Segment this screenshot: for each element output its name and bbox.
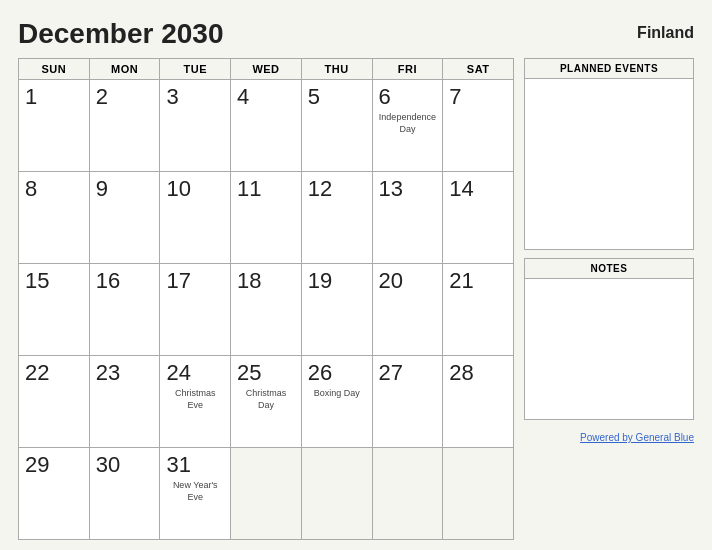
table-row: 2 — [89, 80, 160, 172]
day-number: 9 — [96, 176, 154, 202]
event-label: Christmas Day — [237, 388, 295, 411]
day-number: 16 — [96, 268, 154, 294]
day-number: 4 — [237, 84, 295, 110]
table-row: 28 — [443, 356, 514, 448]
table-row: 14 — [443, 172, 514, 264]
table-row: 23 — [89, 356, 160, 448]
table-row: 19 — [301, 264, 372, 356]
page: December 2030 Finland SUN MON TUE WED TH… — [0, 0, 712, 550]
day-number: 22 — [25, 360, 83, 386]
table-row: 15 — [19, 264, 90, 356]
day-number: 10 — [166, 176, 224, 202]
notes-header: NOTES — [525, 259, 693, 279]
day-number: 27 — [379, 360, 437, 386]
table-row: 9 — [89, 172, 160, 264]
event-label: Christmas Eve — [166, 388, 224, 411]
table-row: 13 — [372, 172, 443, 264]
table-row: 22 — [19, 356, 90, 448]
day-number: 7 — [449, 84, 507, 110]
table-row: 30 — [89, 448, 160, 540]
day-number: 6 — [379, 84, 437, 110]
day-number: 11 — [237, 176, 295, 202]
weekday-mon: MON — [89, 59, 160, 80]
event-label: Independence Day — [379, 112, 437, 135]
event-label: Boxing Day — [308, 388, 366, 400]
table-row: 12 — [301, 172, 372, 264]
weekday-wed: WED — [231, 59, 302, 80]
table-row: 25Christmas Day — [231, 356, 302, 448]
table-row: 21 — [443, 264, 514, 356]
event-label: New Year's Eve — [166, 480, 224, 503]
table-row: 11 — [231, 172, 302, 264]
notes-box: NOTES — [524, 258, 694, 420]
table-row: 10 — [160, 172, 231, 264]
day-number: 1 — [25, 84, 83, 110]
day-number: 14 — [449, 176, 507, 202]
day-number: 29 — [25, 452, 83, 478]
day-number: 28 — [449, 360, 507, 386]
weekday-tue: TUE — [160, 59, 231, 80]
day-number: 25 — [237, 360, 295, 386]
day-number: 31 — [166, 452, 224, 478]
main-area: SUN MON TUE WED THU FRI SAT 123456Indepe… — [18, 58, 694, 540]
table-row: 20 — [372, 264, 443, 356]
day-number: 5 — [308, 84, 366, 110]
table-row — [301, 448, 372, 540]
table-row — [231, 448, 302, 540]
notes-content — [525, 279, 693, 419]
table-row: 24Christmas Eve — [160, 356, 231, 448]
country-label: Finland — [637, 24, 694, 42]
weekday-thu: THU — [301, 59, 372, 80]
table-row: 16 — [89, 264, 160, 356]
weekday-sun: SUN — [19, 59, 90, 80]
day-number: 21 — [449, 268, 507, 294]
calendar-table: SUN MON TUE WED THU FRI SAT 123456Indepe… — [18, 58, 514, 540]
day-number: 8 — [25, 176, 83, 202]
table-row: 17 — [160, 264, 231, 356]
footer: Powered by General Blue — [524, 432, 694, 443]
day-number: 20 — [379, 268, 437, 294]
day-number: 12 — [308, 176, 366, 202]
table-row: 4 — [231, 80, 302, 172]
day-number: 24 — [166, 360, 224, 386]
month-title: December 2030 — [18, 18, 223, 50]
table-row: 18 — [231, 264, 302, 356]
table-row: 5 — [301, 80, 372, 172]
table-row: 6Independence Day — [372, 80, 443, 172]
calendar-section: SUN MON TUE WED THU FRI SAT 123456Indepe… — [18, 58, 514, 540]
table-row: 3 — [160, 80, 231, 172]
planned-events-box: PLANNED EVENTS — [524, 58, 694, 250]
table-row: 7 — [443, 80, 514, 172]
table-row: 29 — [19, 448, 90, 540]
weekday-sat: SAT — [443, 59, 514, 80]
table-row: 1 — [19, 80, 90, 172]
day-number: 26 — [308, 360, 366, 386]
table-row: 31New Year's Eve — [160, 448, 231, 540]
day-number: 13 — [379, 176, 437, 202]
day-number: 3 — [166, 84, 224, 110]
table-row — [443, 448, 514, 540]
planned-events-content — [525, 79, 693, 249]
table-row — [372, 448, 443, 540]
day-number: 17 — [166, 268, 224, 294]
header: December 2030 Finland — [18, 18, 694, 50]
day-number: 2 — [96, 84, 154, 110]
right-section: PLANNED EVENTS NOTES Powered by General … — [524, 58, 694, 540]
powered-by-link[interactable]: Powered by General Blue — [580, 432, 694, 443]
day-number: 18 — [237, 268, 295, 294]
day-number: 15 — [25, 268, 83, 294]
planned-events-header: PLANNED EVENTS — [525, 59, 693, 79]
table-row: 27 — [372, 356, 443, 448]
table-row: 8 — [19, 172, 90, 264]
weekday-fri: FRI — [372, 59, 443, 80]
table-row: 26Boxing Day — [301, 356, 372, 448]
day-number: 19 — [308, 268, 366, 294]
day-number: 30 — [96, 452, 154, 478]
day-number: 23 — [96, 360, 154, 386]
